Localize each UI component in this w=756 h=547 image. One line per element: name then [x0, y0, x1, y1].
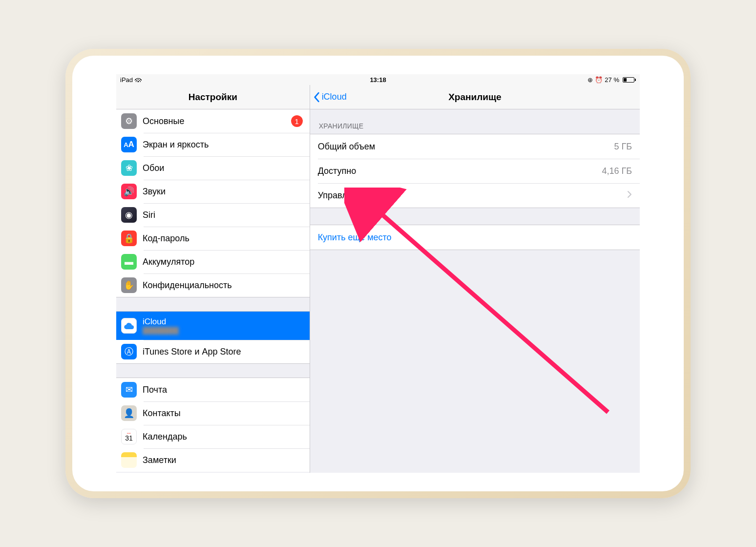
display-icon: AA: [121, 137, 137, 152]
sidebar-item-wall[interactable]: ❀Обои: [116, 156, 310, 180]
sidebar-item-label: Siri: [143, 210, 155, 220]
sidebar-item-label: Календарь: [143, 432, 187, 442]
sidebar-item-lock[interactable]: 🔒Код-пароль: [116, 227, 310, 250]
sidebar-item-label: Почта: [143, 385, 167, 395]
priv-icon: ✋: [121, 277, 137, 293]
settings-sidebar: Настройки ⚙Основные1AAЭкран и яркость❀Об…: [116, 85, 310, 473]
available-value: 4,16 ГБ: [602, 166, 632, 176]
mail-icon: ✉: [121, 382, 137, 398]
sidebar-item-label: Основные: [143, 116, 184, 126]
wall-icon: ❀: [121, 160, 137, 176]
battery-icon: [621, 77, 636, 83]
chevron-right-icon: [627, 190, 632, 201]
sidebar-item-mail[interactable]: ✉Почта: [116, 378, 310, 401]
row-manage-storage[interactable]: Управление: [310, 183, 640, 208]
cloud-icon: [121, 318, 137, 334]
screen: iPad 13:18 ⊕ ⏰ 27 % Настройки ⚙Основные1…: [116, 74, 640, 473]
detail-header: iCloud Хранилище: [310, 85, 640, 109]
general-icon: ⚙: [121, 113, 137, 129]
alarm-icon: ⏰: [595, 76, 603, 84]
ipad-device-frame: iPad 13:18 ⊕ ⏰ 27 % Настройки ⚙Основные1…: [65, 49, 691, 498]
sidebar-item-itunes[interactable]: ⒶiTunes Store и App Store: [116, 340, 310, 363]
sidebar-item-label: Код-пароль: [143, 233, 189, 244]
back-button[interactable]: iCloud: [310, 92, 347, 103]
sidebar-item-notes[interactable]: Заметки: [116, 448, 310, 472]
batt-icon: ▬: [121, 254, 137, 270]
sidebar-item-label: Контакты: [143, 408, 181, 419]
notes-icon: [121, 452, 137, 468]
sidebar-item-siri[interactable]: ◉Siri: [116, 203, 310, 227]
total-value: 5 ГБ: [614, 142, 632, 152]
clock: 13:18: [370, 76, 386, 84]
contacts-icon: 👤: [121, 405, 137, 421]
available-label: Доступно: [318, 166, 357, 176]
sidebar-item-label: iTunes Store и App Store: [143, 347, 241, 357]
sidebar-item-contacts[interactable]: 👤Контакты: [116, 401, 310, 425]
manage-label: Управление: [318, 190, 367, 201]
detail-pane: iCloud Хранилище ХРАНИЛИЩЕ Общий объем 5…: [310, 85, 640, 473]
row-total-storage: Общий объем 5 ГБ: [310, 134, 640, 159]
sidebar-item-label: iCloud: [143, 317, 179, 327]
sidebar-item-cal[interactable]: •••31Календарь: [116, 425, 310, 448]
wifi-icon: [135, 76, 142, 84]
orientation-lock-icon: ⊕: [588, 76, 593, 84]
battery-percent: 27 %: [605, 76, 619, 84]
status-bar: iPad 13:18 ⊕ ⏰ 27 %: [116, 74, 640, 85]
chevron-left-icon: [313, 92, 320, 103]
sidebar-item-label: Конфиденциальность: [143, 280, 232, 291]
sound-icon: 🔊: [121, 184, 137, 199]
cal-icon: •••31: [121, 429, 137, 444]
sidebar-item-label: Звуки: [143, 187, 166, 197]
total-label: Общий объем: [318, 142, 376, 152]
device-name: iPad: [120, 76, 133, 84]
screen-bezel: iPad 13:18 ⊕ ⏰ 27 % Настройки ⚙Основные1…: [72, 56, 684, 491]
row-available-storage: Доступно 4,16 ГБ: [310, 159, 640, 183]
back-label: iCloud: [322, 92, 347, 102]
detail-title: Хранилище: [448, 92, 501, 103]
siri-icon: ◉: [121, 207, 137, 223]
section-header-storage: ХРАНИЛИЩЕ: [310, 109, 640, 134]
sidebar-item-label: Экран и яркость: [143, 140, 209, 150]
sidebar-title: Настройки: [116, 85, 310, 109]
sidebar-item-display[interactable]: AAЭкран и яркость: [116, 133, 310, 156]
sidebar-item-priv[interactable]: ✋Конфиденциальность: [116, 274, 310, 297]
sidebar-item-label: Обои: [143, 163, 164, 173]
notification-badge: 1: [291, 115, 303, 127]
sidebar-item-batt[interactable]: ▬Аккумулятор: [116, 250, 310, 274]
sidebar-item-sound[interactable]: 🔊Звуки: [116, 180, 310, 203]
sidebar-item-general[interactable]: ⚙Основные1: [116, 109, 310, 133]
lock-icon: 🔒: [121, 231, 137, 246]
sidebar-item-subtitle: ████████: [143, 327, 179, 334]
sidebar-item-label: Аккумулятор: [143, 257, 194, 267]
buy-more-label: Купить еще место: [318, 232, 392, 243]
itunes-icon: Ⓐ: [121, 344, 137, 359]
row-buy-more-storage[interactable]: Купить еще место: [310, 225, 640, 250]
sidebar-item-cloud[interactable]: iCloud████████: [116, 312, 310, 340]
sidebar-item-label: Заметки: [143, 455, 176, 465]
